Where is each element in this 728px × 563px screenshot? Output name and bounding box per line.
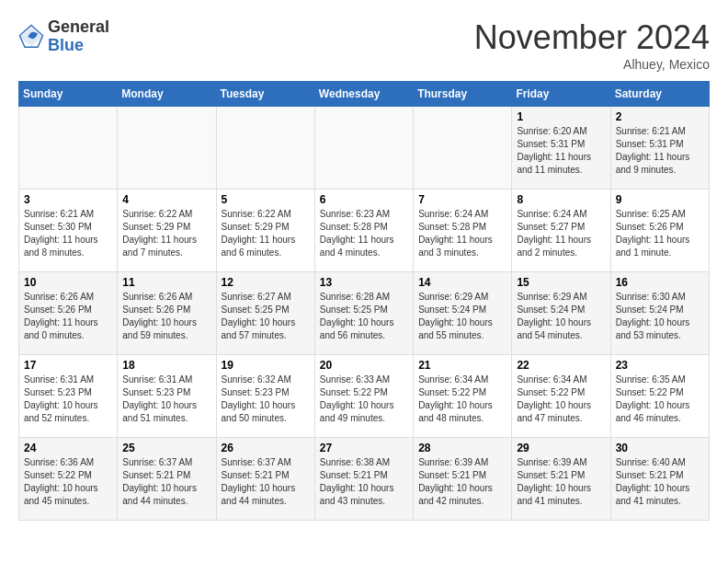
weekday-header-tuesday: Tuesday [216,82,314,107]
day-number: 28 [418,442,506,454]
weekday-header-monday: Monday [118,82,216,107]
week-row-3: 10Sunrise: 6:26 AM Sunset: 5:26 PM Dayli… [19,272,710,355]
day-info: Sunrise: 6:29 AM Sunset: 5:24 PM Dayligh… [418,291,506,342]
day-info: Sunrise: 6:22 AM Sunset: 5:29 PM Dayligh… [222,208,310,259]
day-cell: 5Sunrise: 6:22 AM Sunset: 5:29 PM Daylig… [216,190,314,272]
day-cell: 8Sunrise: 6:24 AM Sunset: 5:27 PM Daylig… [512,190,610,272]
day-info: Sunrise: 6:30 AM Sunset: 5:24 PM Dayligh… [616,291,704,342]
day-number: 16 [616,276,704,289]
title-area: November 2024 Alhuey, Mexico [474,18,710,72]
day-number: 11 [122,276,210,289]
day-cell [19,107,118,190]
day-info: Sunrise: 6:23 AM Sunset: 5:28 PM Dayligh… [320,208,408,259]
day-cell: 15Sunrise: 6:29 AM Sunset: 5:24 PM Dayli… [512,272,610,355]
day-number: 10 [24,276,112,289]
day-number: 12 [222,276,310,289]
day-cell: 12Sunrise: 6:27 AM Sunset: 5:25 PM Dayli… [216,272,314,355]
day-number: 22 [517,359,605,372]
day-info: Sunrise: 6:37 AM Sunset: 5:21 PM Dayligh… [222,456,310,508]
logo-blue: Blue [48,36,84,54]
day-cell: 6Sunrise: 6:23 AM Sunset: 5:28 PM Daylig… [314,190,413,272]
day-info: Sunrise: 6:24 AM Sunset: 5:28 PM Dayligh… [418,208,506,259]
day-cell: 26Sunrise: 6:37 AM Sunset: 5:21 PM Dayli… [216,438,314,521]
day-number: 4 [122,193,210,206]
day-cell: 18Sunrise: 6:31 AM Sunset: 5:23 PM Dayli… [118,355,216,438]
day-number: 30 [616,442,704,454]
day-number: 27 [320,442,408,454]
day-cell: 24Sunrise: 6:36 AM Sunset: 5:22 PM Dayli… [19,438,118,521]
day-number: 6 [320,193,408,206]
day-cell: 2Sunrise: 6:21 AM Sunset: 5:31 PM Daylig… [610,107,709,190]
day-info: Sunrise: 6:36 AM Sunset: 5:22 PM Dayligh… [24,456,112,508]
day-number: 13 [320,276,408,289]
week-row-4: 17Sunrise: 6:31 AM Sunset: 5:23 PM Dayli… [19,355,710,438]
day-number: 8 [517,193,605,206]
day-cell: 19Sunrise: 6:32 AM Sunset: 5:23 PM Dayli… [216,355,314,438]
weekday-header-row: SundayMondayTuesdayWednesdayThursdayFrid… [19,82,710,107]
weekday-header-saturday: Saturday [610,82,709,107]
day-cell: 9Sunrise: 6:25 AM Sunset: 5:26 PM Daylig… [610,190,709,272]
day-cell: 22Sunrise: 6:34 AM Sunset: 5:22 PM Dayli… [512,355,610,438]
day-cell: 16Sunrise: 6:30 AM Sunset: 5:24 PM Dayli… [610,272,709,355]
logo-icon [18,24,44,50]
day-number: 18 [122,359,210,372]
day-info: Sunrise: 6:21 AM Sunset: 5:31 PM Dayligh… [616,125,704,177]
day-number: 9 [616,193,704,206]
day-number: 7 [418,193,506,206]
day-number: 14 [418,276,506,289]
day-info: Sunrise: 6:27 AM Sunset: 5:25 PM Dayligh… [222,291,310,342]
day-number: 26 [222,442,310,454]
day-number: 2 [616,110,704,123]
day-cell: 23Sunrise: 6:35 AM Sunset: 5:22 PM Dayli… [610,355,709,438]
header: General Blue November 2024 Alhuey, Mexic… [18,18,710,72]
logo: General Blue [18,18,109,55]
day-cell: 21Sunrise: 6:34 AM Sunset: 5:22 PM Dayli… [414,355,512,438]
day-number: 25 [122,442,210,454]
day-number: 1 [517,110,605,123]
day-info: Sunrise: 6:31 AM Sunset: 5:23 PM Dayligh… [122,373,210,425]
day-info: Sunrise: 6:24 AM Sunset: 5:27 PM Dayligh… [517,208,605,259]
day-info: Sunrise: 6:28 AM Sunset: 5:25 PM Dayligh… [320,291,408,342]
week-row-2: 3Sunrise: 6:21 AM Sunset: 5:30 PM Daylig… [19,190,710,272]
calendar-table: SundayMondayTuesdayWednesdayThursdayFrid… [18,81,710,521]
day-info: Sunrise: 6:29 AM Sunset: 5:24 PM Dayligh… [517,291,605,342]
weekday-header-friday: Friday [512,82,610,107]
day-number: 21 [418,359,506,372]
day-info: Sunrise: 6:35 AM Sunset: 5:22 PM Dayligh… [616,373,704,425]
day-number: 15 [517,276,605,289]
day-cell: 13Sunrise: 6:28 AM Sunset: 5:25 PM Dayli… [314,272,413,355]
day-info: Sunrise: 6:33 AM Sunset: 5:22 PM Dayligh… [320,373,408,425]
day-info: Sunrise: 6:25 AM Sunset: 5:26 PM Dayligh… [616,208,704,259]
week-row-1: 1Sunrise: 6:20 AM Sunset: 5:31 PM Daylig… [19,107,710,190]
day-number: 5 [222,193,310,206]
weekday-header-wednesday: Wednesday [314,82,413,107]
location: Alhuey, Mexico [474,57,710,72]
day-cell: 3Sunrise: 6:21 AM Sunset: 5:30 PM Daylig… [19,190,118,272]
day-number: 3 [24,193,112,206]
day-info: Sunrise: 6:20 AM Sunset: 5:31 PM Dayligh… [517,125,605,177]
day-info: Sunrise: 6:26 AM Sunset: 5:26 PM Dayligh… [122,291,210,342]
logo-text: General Blue [48,18,109,55]
day-info: Sunrise: 6:39 AM Sunset: 5:21 PM Dayligh… [418,456,506,508]
day-info: Sunrise: 6:32 AM Sunset: 5:23 PM Dayligh… [222,373,310,425]
day-info: Sunrise: 6:21 AM Sunset: 5:30 PM Dayligh… [24,208,112,259]
day-cell [216,107,314,190]
day-cell: 7Sunrise: 6:24 AM Sunset: 5:28 PM Daylig… [414,190,512,272]
day-cell: 11Sunrise: 6:26 AM Sunset: 5:26 PM Dayli… [118,272,216,355]
day-number: 29 [517,442,605,454]
day-info: Sunrise: 6:37 AM Sunset: 5:21 PM Dayligh… [122,456,210,508]
day-cell: 27Sunrise: 6:38 AM Sunset: 5:21 PM Dayli… [314,438,413,521]
day-info: Sunrise: 6:31 AM Sunset: 5:23 PM Dayligh… [24,373,112,425]
day-cell [414,107,512,190]
day-info: Sunrise: 6:34 AM Sunset: 5:22 PM Dayligh… [517,373,605,425]
day-cell: 20Sunrise: 6:33 AM Sunset: 5:22 PM Dayli… [314,355,413,438]
day-info: Sunrise: 6:34 AM Sunset: 5:22 PM Dayligh… [418,373,506,425]
day-info: Sunrise: 6:40 AM Sunset: 5:21 PM Dayligh… [616,456,704,508]
day-cell: 25Sunrise: 6:37 AM Sunset: 5:21 PM Dayli… [118,438,216,521]
weekday-header-sunday: Sunday [19,82,118,107]
day-info: Sunrise: 6:39 AM Sunset: 5:21 PM Dayligh… [517,456,605,508]
weekday-header-thursday: Thursday [414,82,512,107]
day-number: 17 [24,359,112,372]
day-cell: 10Sunrise: 6:26 AM Sunset: 5:26 PM Dayli… [19,272,118,355]
day-info: Sunrise: 6:38 AM Sunset: 5:21 PM Dayligh… [320,456,408,508]
